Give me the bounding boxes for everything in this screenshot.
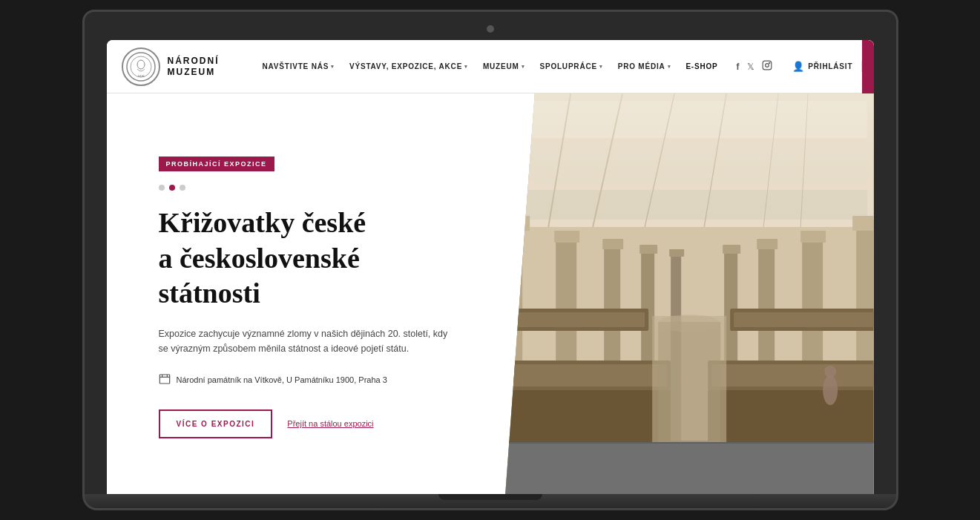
svg-rect-60 bbox=[505, 93, 873, 494]
more-exposition-button[interactable]: VÍCE O EXPOZICI bbox=[159, 409, 273, 438]
hero-actions: VÍCE O EXPOZICI Přejít na stálou expozic… bbox=[159, 409, 469, 438]
hero-image-area bbox=[505, 93, 873, 494]
slide-dot-3[interactable] bbox=[180, 185, 185, 191]
main-nav: NAVŠTIVTE NÁS ▾ VÝSTAVY, EXPOZICE, AKCE … bbox=[255, 40, 726, 93]
hero-left: 01 PROBÍHAJÍCÍ EXPOZICE Křižovatky české… bbox=[107, 93, 506, 494]
laptop-wrapper: 1818 NÁRODNÍ MUZEUM NAVŠTIVTE NÁS ▾ bbox=[82, 10, 898, 510]
twitter-icon[interactable]: 𝕏 bbox=[747, 62, 754, 72]
chevron-down-icon: ▾ bbox=[522, 64, 525, 70]
laptop-base bbox=[82, 494, 898, 510]
logo-area[interactable]: 1818 NÁRODNÍ MUZEUM bbox=[107, 47, 255, 86]
hero-location: Národní památník na Vítkově, U Památníku… bbox=[159, 373, 469, 387]
permanent-exposition-link[interactable]: Přejít na stálou expozici bbox=[287, 419, 373, 428]
svg-text:1818: 1818 bbox=[137, 74, 145, 78]
hero-title: Křižovatky české a československé státno… bbox=[159, 205, 469, 312]
facebook-icon[interactable]: f bbox=[737, 62, 740, 72]
site-header: 1818 NÁRODNÍ MUZEUM NAVŠTIVTE NÁS ▾ bbox=[107, 40, 874, 93]
nav-promedia[interactable]: PRO MÉDIA ▾ bbox=[611, 40, 679, 93]
chevron-down-icon: ▾ bbox=[599, 64, 603, 70]
laptop-screen: 1818 NÁRODNÍ MUZEUM NAVŠTIVTE NÁS ▾ bbox=[82, 10, 898, 494]
nav-muzeum[interactable]: MUZEUM ▾ bbox=[476, 40, 533, 93]
museum-emblem: 1818 bbox=[122, 47, 160, 86]
login-button[interactable]: 👤 PŘIHLÁSIT bbox=[783, 61, 863, 72]
nav-vystavy[interactable]: VÝSTAVY, EXPOZICE, AKCE ▾ bbox=[342, 40, 476, 93]
search-button[interactable] bbox=[862, 40, 873, 93]
logo-text: NÁRODNÍ MUZEUM bbox=[168, 56, 220, 77]
screen-inner: 1818 NÁRODNÍ MUZEUM NAVŠTIVTE NÁS ▾ bbox=[107, 40, 874, 494]
hero-section: 01 PROBÍHAJÍCÍ EXPOZICE Křižovatky české… bbox=[107, 93, 874, 494]
svg-point-5 bbox=[765, 64, 769, 68]
nav-navstivte[interactable]: NAVŠTIVTE NÁS ▾ bbox=[255, 40, 342, 93]
chevron-down-icon: ▾ bbox=[464, 64, 468, 70]
chevron-down-icon: ▾ bbox=[331, 64, 335, 70]
svg-point-2 bbox=[137, 60, 145, 69]
social-icons: f 𝕏 bbox=[726, 60, 783, 73]
person-icon: 👤 bbox=[792, 61, 805, 72]
svg-rect-9 bbox=[160, 375, 169, 384]
location-icon bbox=[159, 373, 171, 387]
logo-line2: MUZEUM bbox=[168, 67, 220, 77]
exposition-badge: PROBÍHAJÍCÍ EXPOZICE bbox=[159, 157, 274, 171]
chevron-down-icon: ▾ bbox=[668, 64, 671, 70]
slide-dot-1[interactable] bbox=[159, 185, 165, 191]
hero-description: Expozice zachycuje významné zlomy v naši… bbox=[159, 326, 456, 357]
svg-rect-26 bbox=[505, 208, 526, 219]
svg-rect-4 bbox=[763, 61, 772, 70]
logo-line1: NÁRODNÍ bbox=[168, 56, 220, 66]
instagram-icon[interactable] bbox=[762, 60, 772, 73]
slide-dot-2[interactable] bbox=[169, 185, 175, 191]
slide-dots bbox=[159, 185, 469, 191]
svg-point-6 bbox=[769, 62, 769, 63]
nav-spoluprace[interactable]: SPOLUPRÁCE ▾ bbox=[532, 40, 610, 93]
hero-image bbox=[505, 93, 873, 494]
nav-eshop[interactable]: E-SHOP bbox=[678, 40, 725, 93]
